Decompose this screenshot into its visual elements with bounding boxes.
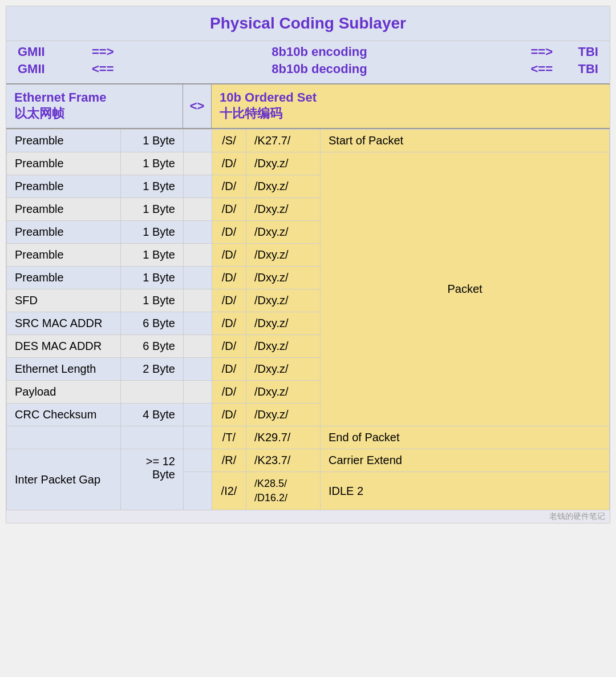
idle2-k285: /K28.5/ [254,478,287,489]
row-code2-3: /Dxy.z/ [246,198,321,221]
gmii-decoding-label: 8b10b decoding [132,62,507,76]
row-code1-0: /S/ [212,130,246,152]
gmii-arrow-enc: ==> [86,45,132,59]
row-name-2: Preamble [7,175,121,198]
end-of-packet-cell: End of Packet [321,426,610,449]
row-code2-2: /Dxy.z/ [246,175,321,198]
gmii-arrow2-dec: <== [507,62,553,76]
tbi-label-dec: TBI [553,62,598,76]
row-code1-7: /D/ [212,289,246,312]
row-size-1: 1 Byte [121,152,184,175]
row-size-10: 2 Byte [121,358,184,381]
eth-frame-title: Ethernet Frame [14,90,175,105]
start-of-packet-cell: Start of Packet [321,130,610,152]
row-arrow-8 [184,312,212,335]
eop-name [7,426,121,449]
row-code2-11: /Dxy.z/ [246,381,321,404]
row-arrow-6 [184,267,212,289]
gmii-encoding-row: GMII ==> 8b10b encoding ==> TBI [18,43,598,61]
tbi-label-enc: TBI [553,45,598,59]
row-code2-6: /Dxy.z/ [246,267,321,289]
row-code2-9: /Dxy.z/ [246,335,321,358]
row-size-3: 1 Byte [121,198,184,221]
row-size-8: 6 Byte [121,312,184,335]
row-size-6: 1 Byte [121,267,184,289]
row-arrow-7 [184,289,212,312]
table-header: Ethernet Frame 以太网帧 <> 10b Ordered Set 十… [6,84,610,129]
ipg-name: Inter Packet Gap [7,449,121,510]
idle2-arrow [184,472,212,510]
row-code1-3: /D/ [212,198,246,221]
row-code2-12: /Dxy.z/ [246,404,321,426]
row-name-10: Ethernet Length [7,358,121,381]
row-code2-1: /Dxy.z/ [246,152,321,175]
gmii-block: GMII ==> 8b10b encoding ==> TBI GMII <==… [6,41,610,84]
row-code1-12: /D/ [212,404,246,426]
ipg-size: >= 12 Byte [121,449,184,510]
row-code2-7: /Dxy.z/ [246,289,321,312]
row-code1-5: /D/ [212,244,246,267]
row-name-7: SFD [7,289,121,312]
main-table: Preamble 1 Byte /S/ /K27.7/ Start of Pac… [6,129,610,510]
gmii-arrow2-enc: ==> [507,45,553,59]
idle2-code2: /K28.5/ /D16.2/ [246,472,321,510]
row-code2-5: /Dxy.z/ [246,244,321,267]
table-row: Preamble 1 Byte /S/ /K27.7/ Start of Pac… [7,130,610,152]
table-row-inter-packet-gap: Inter Packet Gap >= 12 Byte /R/ /K23.7/ … [7,449,610,472]
table-row-end-of-packet: /T/ /K29.7/ End of Packet [7,426,610,449]
row-name-11: Payload [7,381,121,404]
row-size-5: 1 Byte [121,244,184,267]
row-code1-6: /D/ [212,267,246,289]
main-container: Physical Coding Sublayer GMII ==> 8b10b … [6,6,610,523]
row-arrow-4 [184,221,212,244]
gmii-encoding-label: 8b10b encoding [132,45,507,59]
row-arrow-3 [184,198,212,221]
gmii-label-dec: GMII [18,62,86,76]
watermark: 老钱的硬件笔记 [6,510,610,523]
row-arrow-1 [184,152,212,175]
row-name-6: Preamble [7,267,121,289]
row-arrow-0 [184,130,212,152]
eth-frame-header: Ethernet Frame 以太网帧 [6,84,183,128]
carrier-extend-cell: Carrier Extend [321,449,610,472]
10b-chinese: 十比特编码 [220,105,602,122]
row-size-2: 1 Byte [121,175,184,198]
row-name-0: Preamble [7,130,121,152]
row-code1-11: /D/ [212,381,246,404]
idle2-code1: /I2/ [212,472,246,510]
row-code2-0: /K27.7/ [246,130,321,152]
row-size-9: 6 Byte [121,335,184,358]
row-name-1: Preamble [7,152,121,175]
row-code1-8: /D/ [212,312,246,335]
row-arrow-11 [184,381,212,404]
gmii-arrow-dec: <== [86,62,132,76]
row-code2-10: /Dxy.z/ [246,358,321,381]
10b-title: 10b Ordered Set [220,90,602,105]
eop-arrow [184,426,212,449]
eth-frame-chinese: 以太网帧 [14,105,175,122]
row-code1-1: /D/ [212,152,246,175]
page-title: Physical Coding Sublayer [6,6,610,41]
row-code1-2: /D/ [212,175,246,198]
ipg-arrow-1 [184,449,212,472]
row-size-7: 1 Byte [121,289,184,312]
idle2-d162: /D16.2/ [254,492,287,503]
row-arrow-9 [184,335,212,358]
eop-size [121,426,184,449]
row-name-12: CRC Checksum [7,404,121,426]
gmii-label-enc: GMII [18,45,86,59]
row-arrow-2 [184,175,212,198]
row-size-11 [121,381,184,404]
eop-code1: /T/ [212,426,246,449]
row-code2-8: /Dxy.z/ [246,312,321,335]
row-code1-4: /D/ [212,221,246,244]
row-name-3: Preamble [7,198,121,221]
row-arrow-10 [184,358,212,381]
packet-label-cell: Packet [321,152,610,426]
ipg-code1-1: /R/ [212,449,246,472]
idle2-desc-cell: IDLE 2 [321,472,610,510]
row-size-0: 1 Byte [121,130,184,152]
row-name-5: Preamble [7,244,121,267]
row-code1-10: /D/ [212,358,246,381]
10b-ordered-set-header: 10b Ordered Set 十比特编码 [212,84,610,128]
